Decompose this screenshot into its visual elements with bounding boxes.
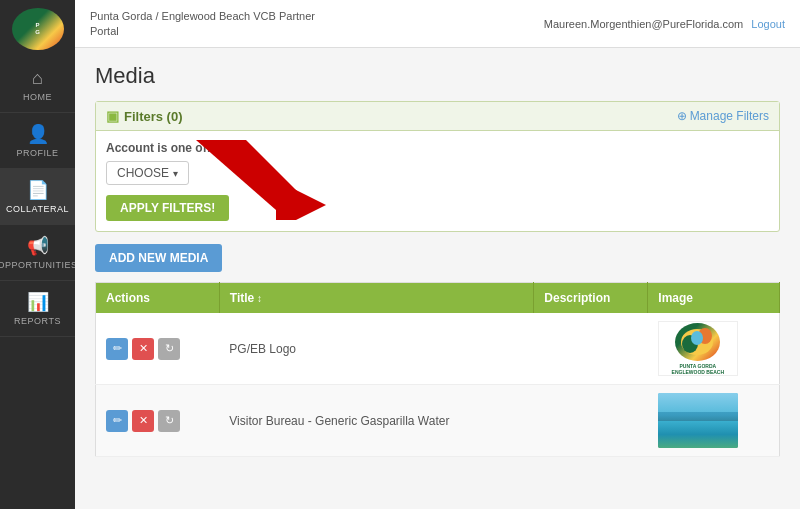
breadcrumb: Punta Gorda / Englewood Beach VCB Partne… (90, 9, 315, 38)
action-icons: ✏ ✕ ↻ (106, 338, 209, 360)
collateral-icon: 📄 (27, 179, 49, 201)
col-image: Image (648, 283, 780, 314)
choose-button[interactable]: CHOOSE (106, 161, 189, 185)
user-email: Maureen.Morgenthien@PureFlorida.com (544, 18, 743, 30)
filters-title: ▣ Filters (0) (106, 108, 183, 124)
sidebar-item-label: HOME (23, 92, 52, 102)
apply-filters-button[interactable]: APPLY FILTERS! (106, 195, 229, 221)
main-content: Punta Gorda / Englewood Beach VCB Partne… (75, 0, 800, 509)
row-title: Visitor Bureau - Generic Gasparilla Wate… (219, 385, 534, 457)
svg-point-5 (691, 331, 703, 345)
edit-button[interactable]: ✏ (106, 410, 128, 432)
row-description (534, 385, 648, 457)
row-image (648, 385, 780, 457)
delete-button[interactable]: ✕ (132, 410, 154, 432)
row-title: PG/EB Logo (219, 313, 534, 385)
sidebar-logo: P G (0, 0, 75, 58)
sidebar-item-label: REPORTS (14, 316, 61, 326)
col-description: Description (534, 283, 648, 314)
profile-icon: 👤 (27, 123, 49, 145)
filters-body: Account is one of: CHOOSE APPLY FILTERS! (96, 131, 779, 231)
logo-text: P G (35, 22, 40, 35)
col-actions: Actions (96, 283, 220, 314)
table-row: ✏ ✕ ↻ PG/EB Logo (96, 313, 780, 385)
sidebar-item-reports[interactable]: 📊 REPORTS (0, 281, 75, 337)
table-row: ✏ ✕ ↻ Visitor Bureau - Generic Gasparill… (96, 385, 780, 457)
sidebar-item-opportunities[interactable]: 📢 OPPORTUNITIES (0, 225, 75, 281)
row-actions: ✏ ✕ ↻ (96, 313, 220, 385)
filters-heading: Filters (0) (124, 109, 183, 124)
sidebar-item-home[interactable]: ⌂ HOME (0, 58, 75, 113)
col-title[interactable]: Title (219, 283, 534, 314)
breadcrumb-line1: Punta Gorda / Englewood Beach VCB Partne… (90, 9, 315, 23)
add-new-media-button[interactable]: ADD NEW MEDIA (95, 244, 222, 272)
sidebar-item-label: COLLATERAL (6, 204, 69, 214)
page-body: Media ▣ Filters (0) Manage Filters Accou… (75, 48, 800, 509)
row-actions: ✏ ✕ ↻ (96, 385, 220, 457)
filters-header: ▣ Filters (0) Manage Filters (96, 102, 779, 131)
refresh-button[interactable]: ↻ (158, 338, 180, 360)
logo-thumbnail: Punta Gorda Englewood Beach (658, 321, 738, 376)
action-icons: ✏ ✕ ↻ (106, 410, 209, 432)
sidebar-item-label: OPPORTUNITIES (0, 260, 77, 270)
thumb-line2: Englewood Beach (672, 369, 725, 375)
row-image: Punta Gorda Englewood Beach (648, 313, 780, 385)
breadcrumb-line2: Portal (90, 24, 315, 38)
filters-box: ▣ Filters (0) Manage Filters Account is … (95, 101, 780, 232)
media-table: Actions Title Description Image ✏ ✕ ↻ (95, 282, 780, 457)
thumb-logo-circle (675, 323, 720, 361)
filter-icon: ▣ (106, 108, 119, 124)
manage-filters-link[interactable]: Manage Filters (677, 109, 769, 123)
page-title: Media (95, 63, 780, 89)
row-description (534, 313, 648, 385)
edit-button[interactable]: ✏ (106, 338, 128, 360)
reports-icon: 📊 (27, 291, 49, 313)
sidebar-item-collateral[interactable]: 📄 COLLATERAL (0, 169, 75, 225)
ocean-thumbnail (658, 393, 738, 448)
svg-marker-1 (276, 180, 326, 220)
logo-circle: P G (12, 8, 64, 50)
refresh-button[interactable]: ↻ (158, 410, 180, 432)
thumb-logo-svg (680, 328, 715, 356)
opportunities-icon: 📢 (27, 235, 49, 257)
sidebar-item-label: PROFILE (16, 148, 58, 158)
account-label: Account is one of: (106, 141, 769, 155)
home-icon: ⌂ (32, 68, 43, 89)
sidebar-item-profile[interactable]: 👤 PROFILE (0, 113, 75, 169)
logo-line2: G (35, 29, 40, 36)
thumb-logo-text: Punta Gorda Englewood Beach (672, 363, 725, 375)
logout-link[interactable]: Logout (751, 18, 785, 30)
arrow-container: APPLY FILTERS! (106, 195, 229, 221)
user-area: Maureen.Morgenthien@PureFlorida.com Logo… (544, 18, 785, 30)
logo-line1: P (35, 22, 40, 29)
table-body: ✏ ✕ ↻ PG/EB Logo (96, 313, 780, 457)
table-header: Actions Title Description Image (96, 283, 780, 314)
delete-button[interactable]: ✕ (132, 338, 154, 360)
sidebar: P G ⌂ HOME 👤 PROFILE 📄 COLLATERAL 📢 OPPO… (0, 0, 75, 509)
top-header: Punta Gorda / Englewood Beach VCB Partne… (75, 0, 800, 48)
